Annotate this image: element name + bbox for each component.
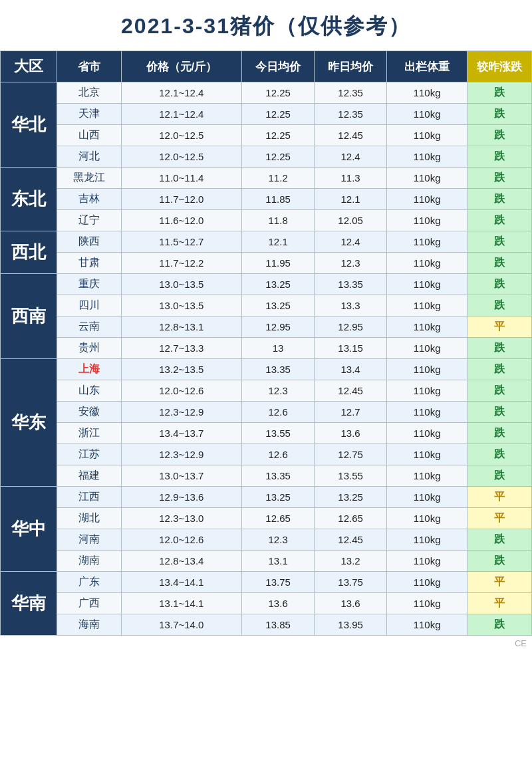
province-cell: 四川 — [57, 295, 121, 316]
today-avg-cell: 12.1 — [242, 231, 315, 253]
yesterday-avg-cell: 12.75 — [315, 444, 387, 465]
weight-cell: 110kg — [387, 529, 467, 551]
today-avg-cell: 12.25 — [242, 146, 315, 168]
weight-cell: 110kg — [387, 487, 467, 508]
today-avg-cell: 11.8 — [242, 210, 315, 231]
change-cell: 跌 — [467, 125, 532, 146]
province-cell: 辽宁 — [57, 210, 121, 231]
weight-cell: 110kg — [387, 253, 467, 274]
yesterday-avg-cell: 11.3 — [315, 168, 387, 189]
price-cell: 12.8~13.1 — [121, 316, 242, 338]
today-avg-cell: 13.55 — [242, 423, 315, 444]
weight-cell: 110kg — [387, 444, 467, 465]
weight-cell: 110kg — [387, 508, 467, 529]
change-cell: 跌 — [467, 146, 532, 168]
price-cell: 12.8~13.4 — [121, 551, 242, 572]
today-avg-cell: 12.3 — [242, 529, 315, 551]
today-avg-cell: 12.3 — [242, 380, 315, 402]
province-cell: 广东 — [57, 572, 121, 593]
header-weight: 出栏体重 — [387, 51, 467, 82]
price-cell: 11.7~12.2 — [121, 253, 242, 274]
price-cell: 12.1~12.4 — [121, 82, 242, 104]
province-cell: 江西 — [57, 487, 121, 508]
change-cell: 跌 — [467, 274, 532, 295]
change-cell: 平 — [467, 508, 532, 529]
change-cell: 跌 — [467, 359, 532, 380]
change-cell: 平 — [467, 487, 532, 508]
province-cell: 湖南 — [57, 551, 121, 572]
price-cell: 12.0~12.6 — [121, 380, 242, 402]
price-cell: 11.0~11.4 — [121, 168, 242, 189]
change-cell: 平 — [467, 593, 532, 614]
province-cell: 天津 — [57, 104, 121, 125]
province-cell: 河南 — [57, 529, 121, 551]
weight-cell: 110kg — [387, 274, 467, 295]
province-cell: 山东 — [57, 380, 121, 402]
header-today: 今日均价 — [242, 51, 315, 82]
footer-text: CE — [0, 636, 532, 651]
weight-cell: 110kg — [387, 338, 467, 359]
price-cell: 11.5~12.7 — [121, 231, 242, 253]
change-cell: 跌 — [467, 210, 532, 231]
price-cell: 12.1~12.4 — [121, 104, 242, 125]
change-cell: 跌 — [467, 529, 532, 551]
province-cell: 上海 — [57, 359, 121, 380]
change-cell: 跌 — [467, 189, 532, 210]
today-avg-cell: 13.25 — [242, 487, 315, 508]
region-cell-华北: 华北 — [1, 82, 57, 168]
yesterday-avg-cell: 13.3 — [315, 295, 387, 316]
change-cell: 跌 — [467, 402, 532, 423]
province-cell: 重庆 — [57, 274, 121, 295]
yesterday-avg-cell: 13.35 — [315, 274, 387, 295]
yesterday-avg-cell: 13.15 — [315, 338, 387, 359]
today-avg-cell: 12.6 — [242, 402, 315, 423]
yesterday-avg-cell: 13.95 — [315, 614, 387, 636]
yesterday-avg-cell: 12.05 — [315, 210, 387, 231]
change-cell: 跌 — [467, 338, 532, 359]
header-province: 省市 — [57, 51, 121, 82]
today-avg-cell: 12.25 — [242, 104, 315, 125]
yesterday-avg-cell: 13.2 — [315, 551, 387, 572]
price-cell: 13.1~14.1 — [121, 593, 242, 614]
weight-cell: 110kg — [387, 125, 467, 146]
province-cell: 江苏 — [57, 444, 121, 465]
today-avg-cell: 11.95 — [242, 253, 315, 274]
yesterday-avg-cell: 13.25 — [315, 487, 387, 508]
weight-cell: 110kg — [387, 146, 467, 168]
weight-cell: 110kg — [387, 231, 467, 253]
price-cell: 12.0~12.5 — [121, 125, 242, 146]
price-cell: 13.7~14.0 — [121, 614, 242, 636]
weight-cell: 110kg — [387, 210, 467, 231]
yesterday-avg-cell: 13.6 — [315, 423, 387, 444]
yesterday-avg-cell: 12.45 — [315, 380, 387, 402]
province-cell: 湖北 — [57, 508, 121, 529]
province-cell: 山西 — [57, 125, 121, 146]
yesterday-avg-cell: 12.7 — [315, 402, 387, 423]
province-cell: 广西 — [57, 593, 121, 614]
yesterday-avg-cell: 12.35 — [315, 104, 387, 125]
region-cell-华东: 华东 — [1, 359, 57, 487]
province-cell: 云南 — [57, 316, 121, 338]
weight-cell: 110kg — [387, 551, 467, 572]
price-cell: 12.9~13.6 — [121, 487, 242, 508]
province-cell: 甘肃 — [57, 253, 121, 274]
province-cell: 黑龙江 — [57, 168, 121, 189]
province-cell: 福建 — [57, 465, 121, 487]
yesterday-avg-cell: 12.4 — [315, 231, 387, 253]
price-cell: 13.0~13.5 — [121, 274, 242, 295]
change-cell: 跌 — [467, 168, 532, 189]
province-cell: 浙江 — [57, 423, 121, 444]
weight-cell: 110kg — [387, 423, 467, 444]
price-cell: 11.7~12.0 — [121, 189, 242, 210]
weight-cell: 110kg — [387, 82, 467, 104]
header-region: 大区 — [1, 51, 57, 82]
header-change: 较昨涨跌 — [467, 51, 532, 82]
price-cell: 13.0~13.7 — [121, 465, 242, 487]
price-cell: 12.3~12.9 — [121, 444, 242, 465]
change-cell: 跌 — [467, 380, 532, 402]
province-cell: 河北 — [57, 146, 121, 168]
change-cell: 跌 — [467, 465, 532, 487]
weight-cell: 110kg — [387, 316, 467, 338]
yesterday-avg-cell: 13.6 — [315, 593, 387, 614]
change-cell: 跌 — [467, 104, 532, 125]
